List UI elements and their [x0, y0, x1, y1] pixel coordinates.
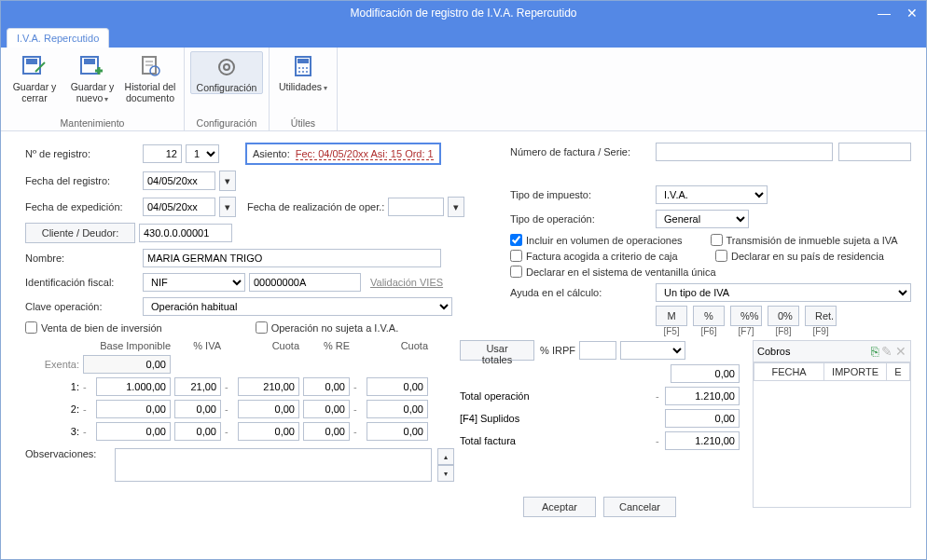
chk-no-sujeta[interactable]: Operación no sujeta a I.V.A.: [256, 321, 399, 334]
chk-ventunica[interactable]: Declarar en el sistema de ventanilla úni…: [510, 266, 716, 278]
r3-piva[interactable]: [174, 422, 221, 441]
svg-point-15: [298, 67, 300, 69]
tipo-operacion-select[interactable]: General: [656, 210, 749, 228]
obs-down[interactable]: ▾: [437, 465, 454, 482]
r1-cuota2[interactable]: [367, 377, 428, 396]
fecha-exp-input[interactable]: [143, 198, 215, 216]
suplidos[interactable]: [665, 409, 740, 428]
r1-base[interactable]: [96, 377, 171, 396]
close-button[interactable]: ✕: [898, 1, 926, 25]
cobros-del-icon[interactable]: ✕: [895, 344, 906, 359]
r2-cuota[interactable]: [238, 400, 299, 418]
vies-link[interactable]: Validación VIES: [370, 277, 443, 288]
svg-point-11: [219, 60, 234, 75]
row-exenta-label: Exenta:: [25, 359, 79, 370]
id-num-input[interactable]: [249, 273, 361, 292]
nreg-section[interactable]: 1: [186, 144, 219, 163]
btn-0pct[interactable]: 0%: [768, 306, 799, 326]
suplidos-label: [F4] Suplidos: [460, 413, 656, 424]
calculator-icon: [288, 53, 318, 79]
fecha-exp-picker[interactable]: ▾: [219, 197, 236, 217]
r3-base[interactable]: [96, 422, 171, 441]
total-op-label: Total operación: [460, 390, 656, 402]
r1-piva[interactable]: [174, 377, 221, 396]
aceptar-button[interactable]: Aceptar: [523, 497, 596, 517]
hdr-pctre: % RE: [303, 340, 350, 351]
asiento-link[interactable]: Fec: 04/05/20xx Asi: 15 Ord: 1: [296, 148, 434, 160]
window-title: Modificación de registro de I.V.A. Reper…: [350, 7, 576, 20]
title-bar: Modificación de registro de I.V.A. Reper…: [1, 1, 926, 25]
tipo-impuesto-select[interactable]: I.V.A.: [656, 185, 768, 204]
r2-cuota2[interactable]: [367, 400, 428, 418]
ribbon: Guardar y cerrar Guardar y nuevo Histori…: [1, 48, 926, 131]
chk-caja[interactable]: Factura acogida a criterio de caja: [510, 250, 687, 262]
cobros-edit-icon[interactable]: ✎: [881, 344, 892, 359]
svg-rect-14: [297, 59, 309, 63]
r3-cuota2[interactable]: [367, 422, 428, 441]
historial-button[interactable]: Historial del documento: [122, 51, 178, 105]
obs-up[interactable]: ▴: [437, 448, 454, 465]
observaciones-input[interactable]: [115, 448, 432, 482]
id-tipo-select[interactable]: NIF: [143, 273, 245, 292]
utilidades-button[interactable]: Utilidades: [275, 51, 331, 94]
cuenta-input[interactable]: [139, 224, 232, 242]
btn-M[interactable]: M: [656, 306, 687, 326]
cobros-panel: Cobros ⎘ ✎ ✕ FECHA IMPORTE E: [753, 340, 911, 508]
r3-cuota[interactable]: [238, 422, 299, 441]
chk-venta-inversion[interactable]: Venta de bien de inversión: [25, 321, 162, 334]
row1-label: 1:: [25, 381, 79, 392]
serie-input[interactable]: [838, 143, 911, 161]
btn-pctpct[interactable]: %%: [730, 306, 762, 326]
r2-piva[interactable]: [174, 400, 221, 418]
total-fac[interactable]: [665, 431, 740, 450]
r1-cuota[interactable]: [238, 377, 299, 396]
configuracion-button[interactable]: Configuración: [190, 51, 263, 94]
fecha-oper-label: Fecha de realización de oper.:: [247, 201, 384, 212]
col-fecha[interactable]: FECHA: [754, 363, 824, 381]
cliente-deudor-button[interactable]: Cliente / Deudor:: [25, 223, 135, 243]
irpf-pct-input[interactable]: [579, 341, 616, 360]
cobros-title: Cobros: [757, 346, 790, 357]
btn-pct[interactable]: %: [693, 306, 725, 326]
chk-pais[interactable]: Declarar en su país de residencia: [715, 250, 884, 262]
r3-pre[interactable]: [303, 422, 350, 441]
tab-iva-repercutido[interactable]: I.V.A. Repercutido: [7, 28, 109, 48]
gear-icon: [212, 54, 242, 80]
usar-totales-button[interactable]: Usar totales: [460, 340, 534, 361]
guardar-nuevo-button[interactable]: Guardar y nuevo: [64, 51, 120, 105]
nreg-input[interactable]: [143, 144, 182, 163]
chk-transmision[interactable]: Transmisión de inmueble sujeta a IVA: [711, 234, 898, 246]
cobros-add-icon[interactable]: ⎘: [871, 344, 879, 359]
col-e[interactable]: E: [886, 363, 909, 381]
fecha-registro-label: Fecha del registro:: [25, 175, 139, 186]
svg-point-17: [306, 67, 308, 69]
guardar-cerrar-button[interactable]: Guardar y cerrar: [7, 51, 62, 105]
group-util-label: Útiles: [291, 117, 315, 129]
col-importe[interactable]: IMPORTE: [824, 363, 887, 381]
chk-volumen[interactable]: Incluir en volumen de operaciones: [510, 234, 683, 246]
irpf-val[interactable]: [671, 364, 740, 383]
tipo-operacion-label: Tipo de operación:: [510, 213, 650, 225]
minimize-button[interactable]: —: [870, 1, 898, 25]
fecha-oper-picker[interactable]: ▾: [448, 197, 464, 217]
fecha-registro-picker[interactable]: ▾: [219, 171, 236, 191]
total-op[interactable]: [665, 387, 740, 405]
fecha-oper-input[interactable]: [388, 198, 444, 216]
cancelar-button[interactable]: Cancelar: [603, 497, 676, 517]
irpf-tipo-select[interactable]: [620, 341, 685, 360]
ayuda-select[interactable]: Un tipo de IVA: [656, 283, 911, 302]
nombre-input[interactable]: [143, 249, 441, 267]
cobros-table: FECHA IMPORTE E: [754, 362, 910, 381]
r1-pre[interactable]: [303, 377, 350, 396]
clave-label: Clave operación:: [25, 301, 139, 312]
id-fiscal-label: Identificación fiscal:: [25, 277, 139, 288]
r2-base[interactable]: [96, 400, 171, 418]
svg-point-20: [306, 71, 308, 73]
clave-select[interactable]: Operación habitual: [143, 297, 452, 316]
fecha-registro-input[interactable]: [143, 171, 215, 190]
exenta-base[interactable]: [83, 355, 171, 374]
group-mantenimiento-label: Mantenimiento: [61, 117, 125, 129]
numfact-input[interactable]: [656, 143, 833, 161]
r2-pre[interactable]: [303, 400, 350, 418]
btn-ret[interactable]: Ret.: [805, 306, 837, 326]
